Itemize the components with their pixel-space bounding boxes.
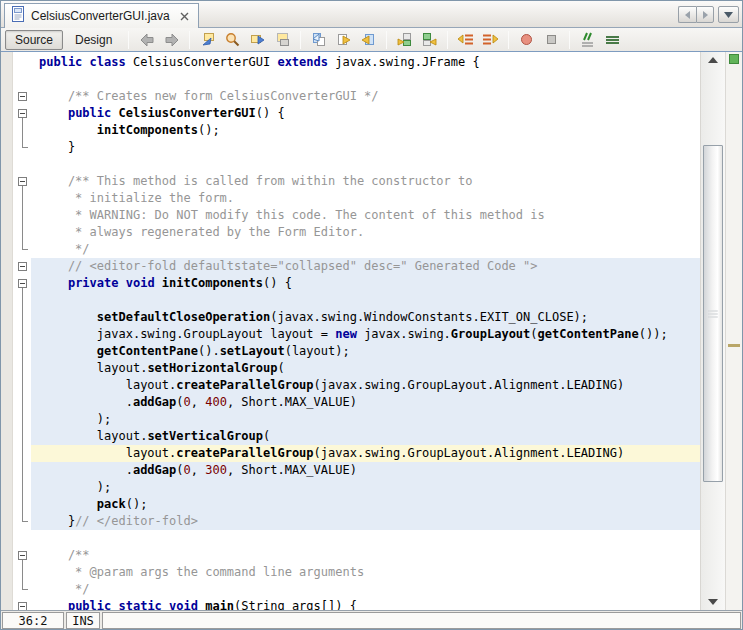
tab-scroll-right-button[interactable]	[696, 6, 714, 23]
code-line[interactable]: }// </editor-fold>	[31, 513, 700, 530]
code-line[interactable]	[31, 292, 700, 309]
scroll-up-button[interactable]	[701, 54, 725, 66]
fold-collapse-box[interactable]	[18, 602, 27, 610]
code-token: 0	[184, 463, 191, 477]
code-line[interactable]: /** This method is called from within th…	[31, 173, 700, 190]
code-token: getContentPane	[538, 327, 639, 341]
toggle-bookmark-button[interactable]	[357, 29, 380, 50]
shift-line-left-button[interactable]	[454, 29, 477, 50]
error-stripe-status-icon	[729, 54, 739, 64]
comment-button[interactable]	[576, 29, 599, 50]
code-line[interactable]: * initialize the form.	[31, 190, 700, 207]
previous-usage-button[interactable]	[418, 29, 441, 50]
code-line[interactable]: javax.swing.GroupLayout layout = new jav…	[31, 326, 700, 343]
scroll-down-button[interactable]	[701, 596, 725, 608]
tab-title: CelsiusConverterGUI.java	[31, 9, 170, 23]
code-line[interactable]: );	[31, 411, 700, 428]
code-line[interactable]: );	[31, 479, 700, 496]
fold-collapse-box[interactable]	[18, 109, 27, 118]
code-line[interactable]: .addGap(0, 300, Short.MAX_VALUE)	[31, 462, 700, 479]
toggle-highlight-search-button[interactable]	[271, 29, 294, 50]
comment-icon	[579, 31, 596, 48]
code-token: layout.	[39, 378, 176, 392]
code-token: * WARNING: Do NOT modify this code. The …	[39, 208, 545, 222]
fold-collapse-box[interactable]	[18, 177, 27, 186]
fold-collapse-box[interactable]	[18, 262, 27, 271]
code-line[interactable]: * always regenerated by the Form Editor.	[31, 224, 700, 241]
code-token: setDefaultCloseOperation	[97, 310, 270, 324]
error-stripe-caret-mark	[728, 344, 740, 347]
code-token: layout.	[39, 446, 176, 460]
code-line[interactable]: layout.setVerticalGroup(	[31, 428, 700, 445]
tab-scroll-left-button[interactable]	[678, 6, 696, 23]
code-line[interactable]: setDefaultCloseOperation(javax.swing.Win…	[31, 309, 700, 326]
fold-collapse-box[interactable]	[18, 92, 27, 101]
fold-line	[22, 360, 23, 377]
next-usage-button[interactable]	[393, 29, 416, 50]
fold-line	[22, 479, 23, 496]
previous-bookmark-button[interactable]	[307, 29, 330, 50]
code-token: /** This method is called from within th…	[39, 174, 472, 188]
code-line[interactable]: /**	[31, 547, 700, 564]
code-line[interactable]	[31, 71, 700, 88]
code-token: GroupLayout	[451, 327, 530, 341]
code-token: setHorizontalGroup	[147, 361, 277, 375]
source-button[interactable]: Source	[5, 30, 63, 50]
uncomment-button[interactable]	[601, 29, 624, 50]
code-line[interactable]: * @param args the command line arguments	[31, 564, 700, 581]
stop-macro-recording-icon	[543, 31, 560, 48]
fold-collapse-box[interactable]	[18, 551, 27, 560]
tab-list-button[interactable]	[718, 6, 739, 23]
design-button[interactable]: Design	[65, 30, 122, 50]
code-line[interactable]: }	[31, 139, 700, 156]
fold-line	[22, 190, 23, 207]
code-line[interactable]: initComponents();	[31, 122, 700, 139]
code-token: ();	[126, 497, 148, 511]
code-line[interactable]: layout.setHorizontalGroup(	[31, 360, 700, 377]
start-macro-recording-icon	[518, 31, 535, 48]
code-line[interactable]: public class CelsiusConverterGUI extends…	[31, 54, 700, 71]
start-macro-recording-button[interactable]	[515, 29, 538, 50]
find-next-occurrence-button[interactable]	[246, 29, 269, 50]
last-edit-location-button[interactable]	[196, 29, 219, 50]
fold-line	[22, 428, 23, 445]
code-line[interactable]: getContentPane().setLayout(layout);	[31, 343, 700, 360]
code-line[interactable]: /** Creates new form CelsiusConverterGUI…	[31, 88, 700, 105]
code-line[interactable]: */	[31, 581, 700, 598]
code-line[interactable]: .addGap(0, 400, Short.MAX_VALUE)	[31, 394, 700, 411]
code-line[interactable]	[31, 530, 700, 547]
find-selection-button[interactable]	[221, 29, 244, 50]
code-line[interactable]: pack();	[31, 496, 700, 513]
shift-line-right-button[interactable]	[479, 29, 502, 50]
code-line[interactable]: * WARNING: Do NOT modify this code. The …	[31, 207, 700, 224]
find-selection-icon	[224, 31, 241, 48]
vertical-scrollbar[interactable]	[700, 52, 725, 610]
next-bookmark-button[interactable]	[332, 29, 355, 50]
code-line[interactable]: layout.createParallelGroup(javax.swing.G…	[31, 377, 700, 394]
code-token: (javax.swing.GroupLayout.Alignment.LEADI…	[314, 378, 625, 392]
code-line[interactable]: */	[31, 241, 700, 258]
code-line[interactable]: public static void main(String args[]) {	[31, 598, 700, 610]
code-lines: public class CelsiusConverterGUI extends…	[31, 54, 700, 610]
fold-line	[22, 122, 23, 139]
status-message-area	[102, 612, 741, 629]
status-bar: 36:2 INS	[1, 610, 742, 630]
code-line[interactable]: public CelsiusConverterGUI() {	[31, 105, 700, 122]
close-icon[interactable]	[180, 12, 189, 21]
error-stripe[interactable]	[725, 52, 742, 610]
code-token: createParallelGroup	[176, 378, 313, 392]
code-editor[interactable]: public class CelsiusConverterGUI extends…	[31, 52, 700, 610]
code-line[interactable]: layout.createParallelGroup(javax.swing.G…	[31, 445, 700, 462]
fold-collapse-box[interactable]	[18, 279, 27, 288]
code-line[interactable]: // <editor-fold defaultstate="collapsed"…	[31, 258, 700, 275]
code-token: public	[68, 106, 111, 120]
forward-button[interactable]	[160, 29, 183, 50]
toolbar-separator	[386, 31, 387, 49]
back-button[interactable]	[135, 29, 158, 50]
code-line[interactable]	[31, 156, 700, 173]
stop-macro-recording-button[interactable]	[540, 29, 563, 50]
code-token: }	[39, 140, 75, 154]
code-line[interactable]: private void initComponents() {	[31, 275, 700, 292]
tab-celsiusconvertergui[interactable]: CelsiusConverterGUI.java	[4, 3, 199, 28]
scrollbar-thumb[interactable]	[703, 145, 723, 482]
